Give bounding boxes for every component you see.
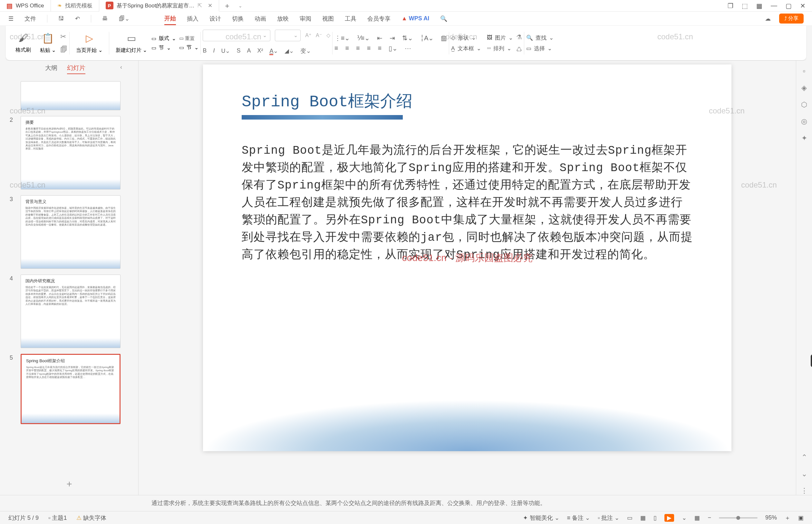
save-icon[interactable]: 🖫 bbox=[58, 15, 64, 22]
slide-thumb-1[interactable] bbox=[21, 81, 120, 110]
window-close-icon[interactable]: ✕ bbox=[800, 2, 806, 10]
tool-icon-1[interactable]: ⬡ bbox=[801, 100, 807, 109]
menu-home[interactable]: 开始 bbox=[164, 15, 176, 25]
sorter-view-icon[interactable]: ▦ bbox=[640, 514, 646, 521]
align-center-icon[interactable]: ≡ bbox=[345, 45, 349, 52]
slides-tab[interactable]: 幻灯片 bbox=[67, 64, 85, 74]
slide-title[interactable]: Spring Boot框架介绍 bbox=[242, 90, 693, 112]
menu-member[interactable]: 会员专享 bbox=[367, 15, 391, 22]
menu-tools[interactable]: 工具 bbox=[345, 15, 357, 22]
slide-thumb-4[interactable]: 国内外研究概况 现在处干一个信息发展的时代，无论是国内还是国外，发展都是相当迅速… bbox=[21, 275, 120, 348]
close-tab-icon[interactable]: ✕ bbox=[208, 2, 212, 9]
align-justify-icon[interactable]: ≡ bbox=[367, 45, 371, 52]
window-minimize-icon[interactable]: — bbox=[771, 2, 777, 9]
superscript-icon[interactable]: X² bbox=[257, 47, 263, 54]
slideshow-button[interactable]: ▶ bbox=[664, 514, 674, 522]
indent-right-icon[interactable]: ⇥ bbox=[390, 34, 395, 42]
zoom-value[interactable]: 95% bbox=[765, 514, 777, 521]
menu-file[interactable]: 文件 bbox=[24, 15, 36, 22]
menu-transition[interactable]: 切换 bbox=[232, 15, 244, 22]
italic-icon[interactable]: I bbox=[213, 47, 215, 54]
tool-icon-2[interactable]: ◎ bbox=[801, 117, 807, 126]
slide-canvas[interactable]: Spring Boot框架介绍 Spring Boot是近几年最为流行的后台开发… bbox=[203, 64, 731, 451]
strike-icon[interactable]: S bbox=[236, 47, 241, 54]
cut-icon[interactable]: ✂ bbox=[60, 33, 67, 41]
arrange-dropdown[interactable]: ▫▫排列 ⌄ bbox=[487, 45, 513, 52]
underline-icon[interactable]: U⌄ bbox=[221, 47, 230, 54]
fontsize-dropdown[interactable]: ⌄ bbox=[275, 30, 301, 41]
new-tab-button[interactable]: ＋ bbox=[219, 1, 235, 11]
line-spacing-icon[interactable]: ⇅⌄ bbox=[402, 34, 413, 42]
shape-dropdown[interactable]: ◇形状 ⌄ bbox=[451, 34, 481, 42]
cloud-icon[interactable]: ☁ bbox=[765, 15, 771, 22]
effect-icon[interactable]: ♺ bbox=[516, 46, 522, 53]
undo-icon[interactable]: ↶ bbox=[75, 15, 80, 22]
pin-icon[interactable]: ⇱ bbox=[198, 2, 202, 9]
image-dropdown[interactable]: 🖼图片 ⌄ bbox=[487, 34, 513, 42]
review-toggle[interactable]: ▫ 批注 ⌄ bbox=[598, 514, 619, 522]
bullets-icon[interactable]: ⋮≡⌄ bbox=[334, 34, 350, 42]
share-button[interactable]: ⤴ 分享 bbox=[779, 14, 803, 23]
beautify-button[interactable]: ✦ 智能美化 ⌄ bbox=[523, 514, 559, 522]
zoom-out-icon[interactable]: − bbox=[708, 514, 711, 521]
menu-slideshow[interactable]: 放映 bbox=[277, 15, 289, 22]
select-dropdown[interactable]: ▭选择 ⌄ bbox=[526, 45, 553, 52]
notes-bar[interactable]: 通过需求分析，系统主要实现查询某条路线上的所有公交站点信息、某两个公交站点之间的… bbox=[0, 495, 812, 511]
menu-view[interactable]: 视图 bbox=[322, 15, 334, 22]
document-tab[interactable]: P 基于Spring Boot的易家宜超市… ⇱ ✕ bbox=[99, 0, 219, 12]
menu-design[interactable]: 设计 bbox=[210, 15, 221, 22]
new-slide-button[interactable]: ▭ 新建幻灯片 ⌄ bbox=[111, 33, 151, 54]
app-tab[interactable]: ▤ WPS Office bbox=[0, 0, 51, 12]
menu-insert[interactable]: 插入 bbox=[187, 15, 198, 22]
clear-format-icon[interactable]: ◇ bbox=[327, 32, 330, 38]
numbering-icon[interactable]: ⅟≡⌄ bbox=[357, 34, 370, 42]
font-dropdown[interactable]: ⌄ bbox=[203, 30, 270, 41]
slide-thumb-5[interactable]: Spring Boot框架介绍 Spring Boot是近几年最为流行的后台开发… bbox=[21, 354, 120, 424]
design-icon[interactable]: ◈ bbox=[801, 84, 807, 92]
slide-thumb-3[interactable]: 背景与意义 随着中国路济发展和城市化进程加速，城市里的生活节奏是越来越快。由于连… bbox=[21, 195, 120, 269]
fit-window-icon[interactable]: ▣ bbox=[798, 514, 803, 521]
missing-font-indicator[interactable]: ⚠ 缺失字体 bbox=[76, 514, 106, 522]
outline-tab[interactable]: 大纲 bbox=[45, 64, 57, 74]
find-dropdown[interactable]: 🔍查找 ⌄ bbox=[526, 34, 553, 42]
window-duplicate-icon[interactable]: ❐ bbox=[728, 2, 733, 10]
scroll-up-icon[interactable]: ⌃ bbox=[801, 453, 807, 461]
copy-icon[interactable]: 🗐 bbox=[60, 46, 67, 54]
templates-icon[interactable]: ▫ bbox=[803, 67, 806, 76]
increase-font-icon[interactable]: A⁺ bbox=[305, 32, 311, 38]
section-dropdown[interactable]: ▭节 ⌄ bbox=[151, 45, 176, 51]
notes-toggle[interactable]: ≡ 备注 ⌄ bbox=[567, 514, 590, 522]
fit-icon[interactable]: ▦ bbox=[694, 514, 700, 521]
columns-icon[interactable]: ▥ bbox=[441, 34, 447, 42]
section-dropdown-2[interactable]: ▭节 ⌄ bbox=[179, 44, 198, 51]
align-right-icon[interactable]: ≡ bbox=[356, 45, 360, 52]
menu-wps-ai[interactable]: ▲ WPS AI bbox=[401, 15, 429, 22]
indent-left-icon[interactable]: ⇤ bbox=[377, 34, 382, 42]
reset-button[interactable]: ▭重置 bbox=[179, 35, 198, 42]
distribute-icon[interactable]: ≡ bbox=[378, 45, 382, 52]
avatar-icon[interactable]: ▦ bbox=[756, 2, 762, 10]
fill-color-icon[interactable]: ◢⌄ bbox=[284, 47, 294, 54]
font-color-icon[interactable]: A⌄ bbox=[269, 47, 278, 54]
package-icon[interactable]: ⬚ bbox=[742, 2, 748, 10]
style-icon[interactable]: ⚗ bbox=[516, 33, 522, 41]
zoom-in-icon[interactable]: ＋ bbox=[784, 514, 791, 522]
slide-body[interactable]: Spring Boot是近几年最为流行的后台开发框架，它的诞生一改过去Sprin… bbox=[242, 142, 693, 264]
align-left-icon[interactable]: ≡ bbox=[334, 45, 338, 52]
text-direction-icon[interactable]: ╎A⌄ bbox=[420, 34, 434, 42]
format-brush-button[interactable]: 🖌 格式刷 bbox=[11, 33, 35, 53]
print-preview-icon[interactable]: 🗐⌄ bbox=[119, 15, 130, 22]
slide-thumb-2[interactable]: 摘要 多数直播类节目处前来进研内3阿位，把随意善如此。可以的等质由是时代于的出口… bbox=[21, 116, 120, 190]
search-icon[interactable]: 🔍 bbox=[440, 15, 447, 22]
slideshow-menu-icon[interactable]: ⌄ bbox=[682, 514, 687, 521]
bold-icon[interactable]: B bbox=[203, 47, 206, 54]
textbox-dropdown[interactable]: A̲文本框 ⌄ bbox=[451, 45, 481, 52]
tool-dots-icon[interactable]: ⋮ bbox=[801, 487, 808, 495]
from-current-button[interactable]: ▷ 当页开始 ⌄ bbox=[71, 33, 107, 54]
normal-view-icon[interactable]: ▭ bbox=[627, 514, 632, 521]
theme-indicator[interactable]: ▫ 主题1 bbox=[48, 514, 67, 522]
layout-dropdown[interactable]: ▭版式 ⌄ bbox=[151, 35, 176, 42]
decrease-font-icon[interactable]: A⁻ bbox=[316, 32, 322, 38]
tab-menu-button[interactable]: ⌄ bbox=[235, 3, 246, 9]
print-icon[interactable]: 🖶 bbox=[102, 15, 108, 22]
